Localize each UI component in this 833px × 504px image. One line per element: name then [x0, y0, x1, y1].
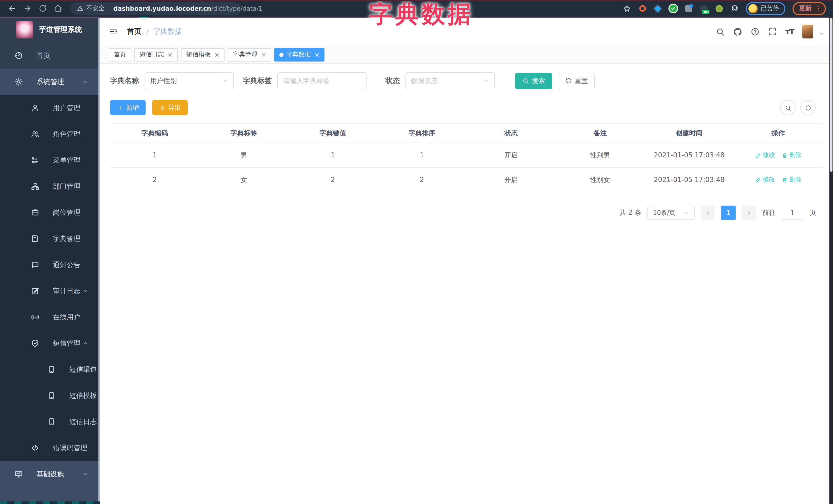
profile-paused-badge[interactable]: 已暂停: [746, 2, 785, 15]
delete-link[interactable]: 删除: [782, 175, 802, 184]
chevron-down-icon[interactable]: [819, 31, 824, 37]
add-button[interactable]: 新增: [110, 100, 146, 115]
delete-link[interactable]: 删除: [782, 151, 802, 160]
close-icon[interactable]: ×: [261, 51, 266, 58]
close-icon[interactable]: ×: [314, 51, 319, 58]
toggle-search-button[interactable]: [780, 100, 795, 115]
home-icon[interactable]: [54, 4, 63, 13]
dict-label-label: 字典标签: [243, 76, 272, 86]
edit-link[interactable]: 修改: [755, 175, 775, 184]
green-check-icon[interactable]: [669, 4, 677, 13]
tab-label: 字典数据: [286, 50, 311, 59]
sidebar-item-label: 菜单管理: [53, 155, 80, 165]
reset-button-label: 重置: [575, 76, 588, 86]
tab-sms-log[interactable]: 短信日志×: [134, 48, 178, 61]
help-icon[interactable]: [751, 27, 760, 36]
sidebar-filler: [0, 487, 100, 501]
sidebar-item-menu-mgmt[interactable]: 菜单管理: [0, 147, 100, 173]
search-button[interactable]: 搜索: [515, 73, 552, 89]
collapse-sidebar-icon[interactable]: [109, 27, 118, 37]
sidebar-item-role-mgmt[interactable]: 角色管理: [0, 121, 100, 147]
back-icon[interactable]: [8, 4, 17, 13]
blue-kite-icon[interactable]: [653, 4, 662, 13]
sidebar-item-system-mgmt[interactable]: 系统管理: [0, 69, 100, 95]
page-1-button[interactable]: 1: [721, 206, 736, 220]
sidebar-item-sms-log[interactable]: 短信日志: [0, 409, 100, 435]
forward-icon[interactable]: [23, 4, 32, 13]
edit-link[interactable]: 修改: [755, 151, 775, 160]
sidebar-item-sms-mgmt[interactable]: 短信管理: [0, 330, 100, 356]
page-size-select[interactable]: 10条/页: [647, 206, 695, 220]
filter-form: 字典名称 用户性别 字典标签 状态 数据状态 搜索 重置: [110, 72, 833, 89]
sidebar-item-label: 审计日志: [53, 286, 80, 295]
sidebar-item-sms-template[interactable]: 短信模板: [0, 383, 100, 409]
edit-link-label: 修改: [763, 151, 775, 160]
puzzle-icon[interactable]: [731, 4, 739, 13]
dict-data-table: 字典编码字典标签字典键值字典排序状态备注创建时间操作1男11开启性别男2021-…: [110, 123, 823, 192]
sidebar-item-online-users[interactable]: 在线用户: [0, 304, 100, 330]
scrollbar-thumb[interactable]: [830, 18, 832, 172]
tune-icon[interactable]: [684, 4, 693, 13]
org-tree-icon: [31, 182, 40, 191]
sidebar-item-dept-mgmt[interactable]: 部门管理: [0, 173, 100, 199]
cell-sort: 1: [378, 151, 467, 159]
on-badge-icon[interactable]: on: [700, 4, 708, 13]
sidebar-item-infrastructure[interactable]: 基础设施: [0, 461, 100, 487]
address-bar[interactable]: 不安全 dashboard.yudao.iocoder.cn/dict/type…: [71, 2, 241, 15]
sidebar-item-notice[interactable]: 通知公告: [0, 252, 100, 278]
goto-page-input[interactable]: [782, 206, 803, 220]
sidebar-scrollbar[interactable]: [98, 17, 100, 504]
font-size-icon[interactable]: тT: [785, 27, 794, 36]
user-avatar[interactable]: [802, 25, 813, 39]
chevron-down-icon: [82, 471, 89, 477]
screen: 不安全 dashboard.yudao.iocoder.cn/dict/type…: [0, 0, 833, 504]
sidebar-item-sms-channel[interactable]: 短信渠道: [0, 356, 100, 383]
pagination: 共 2 条 10条/页 1 前往 页: [100, 206, 816, 220]
sidebar-item-post-mgmt[interactable]: 岗位管理: [0, 199, 100, 225]
update-button[interactable]: 更新 ⋮: [792, 2, 826, 15]
gear-icon: [14, 77, 23, 86]
kebab-menu-icon[interactable]: ⋮: [815, 5, 822, 12]
message-icon: [31, 261, 40, 269]
reset-button[interactable]: 重置: [559, 73, 595, 89]
sidebar-item-user-mgmt[interactable]: 用户管理: [0, 95, 100, 121]
reload-icon[interactable]: [39, 4, 47, 13]
close-icon[interactable]: ×: [214, 51, 219, 58]
tab-dict-data[interactable]: 字典数据×: [274, 48, 325, 61]
tab-home[interactable]: 首页: [109, 48, 131, 61]
next-page-button[interactable]: [742, 206, 756, 220]
export-button[interactable]: 导出: [152, 100, 188, 115]
sidebar-item-label: 部门管理: [53, 182, 80, 191]
sidebar-item-dict-mgmt[interactable]: 字典管理: [0, 225, 100, 252]
phone-icon: [47, 391, 56, 400]
orange-ring-icon[interactable]: [638, 4, 646, 13]
dict-label-input[interactable]: [277, 72, 366, 89]
close-icon[interactable]: ×: [168, 51, 173, 58]
column-header: 操作: [734, 128, 823, 138]
sidebar-item-home[interactable]: 首页: [0, 43, 100, 69]
fullscreen-icon[interactable]: [768, 27, 777, 36]
prev-page-button[interactable]: [701, 206, 715, 220]
green-grid-icon[interactable]: [715, 4, 723, 13]
chevron-down-icon: [483, 78, 489, 83]
column-header: 状态: [467, 128, 556, 138]
sidebar-item-label: 在线用户: [53, 312, 80, 322]
status-select[interactable]: 数据状态: [405, 72, 495, 89]
app-logo[interactable]: 芋道管理系统: [0, 17, 100, 43]
github-icon[interactable]: [733, 27, 742, 36]
chevron-up-icon: [82, 78, 89, 85]
sidebar-item-audit-log[interactable]: 审计日志: [0, 278, 100, 304]
book-icon: [31, 234, 40, 243]
breadcrumb-home[interactable]: 首页: [127, 27, 142, 36]
tab-label: 短信模板: [186, 50, 211, 59]
chrome-right-cluster: on 已暂停 更新 ⋮: [623, 2, 828, 15]
page-scrollbar[interactable]: [829, 17, 833, 504]
sidebar-item-error-code-mgmt[interactable]: 错误码管理: [0, 435, 100, 461]
tab-dict-mgmt[interactable]: 字典管理×: [228, 48, 271, 61]
sidebar-item-label: 短信模板: [69, 391, 97, 400]
bookmark-star-icon[interactable]: [623, 4, 631, 13]
search-icon[interactable]: [716, 27, 725, 36]
tab-sms-template[interactable]: 短信模板×: [181, 48, 224, 61]
dict-name-select[interactable]: 用户性别: [145, 72, 234, 89]
refresh-table-button[interactable]: [800, 100, 815, 115]
